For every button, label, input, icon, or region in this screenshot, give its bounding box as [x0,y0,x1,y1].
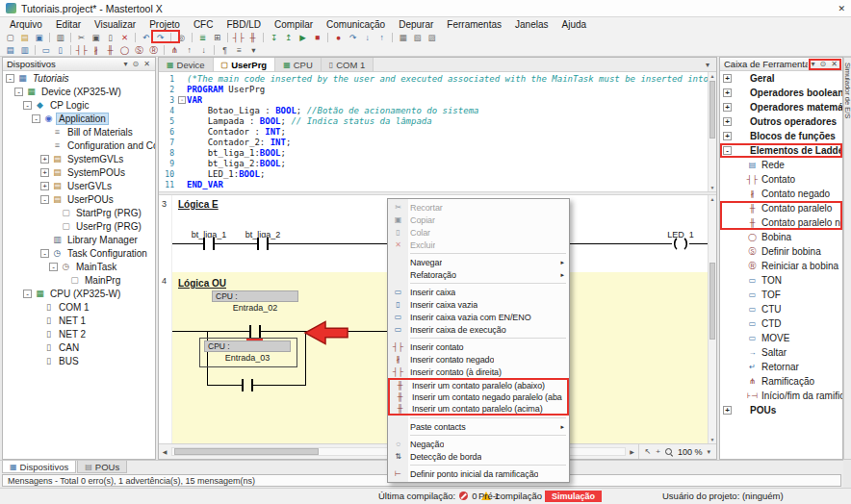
tree-item[interactable]: ▢ StartPrg (PRG) [3,206,155,219]
toolbox-item[interactable]: + Operadores matemáticos [720,100,842,114]
menu-item[interactable]: ⊢ Definir ponto inicial da ramificação [388,467,569,480]
expander-icon[interactable] [735,262,743,270]
undo-icon[interactable]: ↶ [139,32,153,43]
scroll-down-icon[interactable]: ▼ [709,184,716,191]
expander-icon[interactable] [735,175,743,184]
delete-icon[interactable]: ✕ [117,32,132,43]
toolbox-item[interactable]: ◯ Bobina [720,230,842,244]
tree-item[interactable]: + ▤ SystemPOUs [3,165,155,179]
menu-item[interactable]: Ferramentas [440,17,508,31]
ladder-contact[interactable] [242,379,253,391]
pin-icon[interactable]: ⊙ [132,60,141,68]
new-project-icon[interactable]: ▢ [3,32,17,43]
insert-box-icon[interactable]: ▭ [39,44,53,56]
tree-item[interactable]: ▥ Library Manager [3,233,155,246]
st-declaration-editor[interactable]: 1(*The main code inserted by the user an… [159,72,716,191]
toolbox-item[interactable]: ∦ Contato negado [720,187,842,201]
step-over-icon[interactable]: ↷ [346,32,360,43]
menu-item[interactable]: Ajuda [554,17,593,31]
scroll-right-icon[interactable]: ▶ [627,448,638,455]
toolbox-item[interactable]: Ⓢ Definir bobina [720,244,842,259]
move-down-icon[interactable]: ↓ [196,44,211,56]
breakpoint-icon[interactable]: ● [331,32,346,43]
expander-icon[interactable] [40,236,49,244]
expander-icon[interactable]: + [723,117,732,126]
dock-tab[interactable]: ▦ Dispositivos [2,461,76,473]
menu-item[interactable]: ✕ Excluir [388,239,569,251]
expander-icon[interactable] [735,377,743,386]
menu-item[interactable]: FBD/LD [219,17,268,31]
scrollbar-thumb[interactable] [174,448,319,455]
login-icon[interactable]: ↧ [267,32,281,43]
editor-tab[interactable]: ▦ Device [159,58,214,71]
insert-reset-coil-icon[interactable]: Ⓡ [146,44,161,56]
toolbox-item[interactable]: ▭ TON [720,273,842,288]
insert-empty-box-icon[interactable]: ▯ [53,44,67,56]
redo-icon[interactable]: ↷ [153,32,168,43]
menu-item[interactable]: ◌ Negação [388,438,569,450]
chevron-down-icon[interactable]: ▾ [123,60,129,68]
menu-item[interactable]: Depurar [392,17,440,31]
insert-network-below-icon[interactable]: ▥ [17,44,32,56]
menu-item[interactable]: Refatoração ▸ [388,268,569,281]
insert-coil-icon[interactable]: ◯ [117,44,132,56]
ladder-contact[interactable] [203,238,215,250]
close-icon[interactable]: ✕ [142,60,151,68]
expander-icon[interactable] [32,303,40,312]
network-title[interactable]: Lógica E [178,199,219,210]
expander-icon[interactable] [735,305,743,314]
editor-tab[interactable]: ▢ UserPrg [214,58,276,71]
expander-icon[interactable]: + [723,406,732,415]
tree-item[interactable]: - ◉ Application [3,112,155,125]
scrollbar-thumb[interactable] [709,263,715,340]
menu-item[interactable]: Visualizar [88,17,142,31]
expander-icon[interactable] [735,204,743,213]
expander-icon[interactable] [735,161,743,169]
toolbox-item[interactable]: - Elementos de Ladder [720,143,842,158]
editor-tab[interactable]: ▦ CPU [275,58,322,71]
tree-item[interactable]: ▯ NET 2 [3,327,155,340]
menu-item[interactable]: ∦ Inserir contato negado [388,353,569,365]
expander-icon[interactable] [735,334,743,342]
tree-item[interactable]: - ▤ UserPOUs [3,192,155,206]
print-icon[interactable]: ▥ [53,32,67,43]
toolbox-item[interactable]: ╫ Contato paralelo [720,201,842,215]
logout-icon[interactable]: ↥ [281,32,296,43]
expander-icon[interactable]: - [40,249,49,258]
expander-icon[interactable] [735,319,743,328]
ladder-scrollbar[interactable]: ▲ ▼ [708,195,716,443]
insert-set-coil-icon[interactable]: Ⓢ [132,44,146,56]
toolbox-item[interactable]: Ⓡ Reiniciar a bobina [720,259,842,273]
magnifier-icon[interactable] [665,448,673,456]
expander-icon[interactable]: + [40,155,49,164]
editor-tab[interactable]: ▯ COM 1 [322,58,374,71]
tree-item[interactable]: ▯ BUS [3,354,155,367]
io-simulator-strip[interactable]: Simulador de E/S [843,57,851,460]
tree-item[interactable]: - ▦ CPU (XP325-W) [3,287,155,300]
expander-icon[interactable]: - [49,263,58,271]
dock-tab[interactable]: ▤ POUs [77,461,127,473]
menu-item[interactable]: ⇅ Detecção de borda [388,450,569,463]
expander-icon[interactable] [735,218,743,227]
ladder-contact[interactable] [257,238,269,250]
tree-item[interactable]: - ▦ Device (XP325-W) [3,85,155,98]
expander-icon[interactable] [40,141,49,150]
insert-network-icon[interactable]: ▤ [3,44,17,56]
toolbox-item[interactable]: ▭ CTD [720,316,842,331]
expander-icon[interactable]: + [40,168,49,177]
insert-contact-icon[interactable]: ┤├ [74,44,89,56]
toggle-comments-icon[interactable]: ¶ [218,44,232,56]
tree-item[interactable]: - ◆ CP Logic [3,98,155,112]
toolbox-item[interactable]: ▤ Rede [720,158,842,172]
menu-item[interactable]: Comunicação [320,17,392,31]
menu-item[interactable]: ┤├ Inserir contato [388,340,569,353]
compile-icon[interactable]: ≣ [195,32,210,43]
scroll-left-icon[interactable]: ◀ [159,448,170,455]
cut-icon[interactable]: ✂ [74,32,89,43]
tree-item[interactable]: ▯ CAN [3,340,155,354]
expander-icon[interactable] [735,290,743,299]
ladder-zoom-value[interactable]: 100 % [678,447,703,457]
expander-icon[interactable] [735,348,743,357]
st-editor-scrollbar[interactable]: ▲ ▼ [708,72,716,191]
expander-icon[interactable] [735,247,743,256]
